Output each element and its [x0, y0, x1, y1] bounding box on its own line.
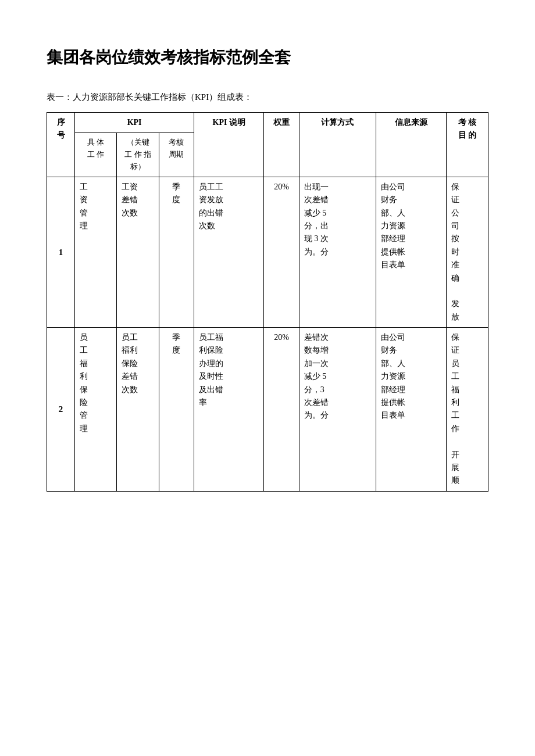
- row2-weight: 20%: [264, 328, 299, 492]
- row2-info: 由公司财务部、人力资源部经理提供帐目表单: [376, 328, 446, 492]
- row1-seq: 1: [47, 177, 75, 327]
- header-key-kpi: （关键工 作 指标）: [117, 133, 159, 177]
- table-row: 1 工资管理 工资差错次数 季度 员工工资发放的出错次数 20% 出现一次差错减…: [47, 177, 488, 327]
- row1-info: 由公司财务部、人力资源部经理提供帐目表单: [376, 177, 446, 327]
- row1-weight: 20%: [264, 177, 299, 327]
- header-kpi: KPI: [75, 113, 194, 133]
- row2-calc: 差错次数每增加一次减少 5分，3次差错为。分: [299, 328, 376, 492]
- header-info: 信息来源: [376, 113, 446, 177]
- row2-seq: 2: [47, 328, 75, 492]
- row2-kpi-desc: 员工福利保险办理的及时性及出错率: [194, 328, 263, 492]
- header-period: 考核周期: [159, 133, 194, 177]
- row2-period: 季度: [159, 328, 194, 492]
- header-weight: 权重: [264, 113, 299, 177]
- row2-goal: 保证员工福利工作开展顺: [446, 328, 488, 492]
- row1-period: 季度: [159, 177, 194, 327]
- row1-calc: 出现一次差错减少 5分，出现 3 次为。分: [299, 177, 376, 327]
- header-seq: 序号: [47, 113, 75, 177]
- header-specific-work: 具 体工 作: [75, 133, 117, 177]
- row2-kpi-key: 员工福利保险差错次数: [117, 328, 159, 492]
- header-kpi-desc: KPI 说明: [194, 113, 263, 177]
- page-title: 集团各岗位绩效考核指标范例全套: [47, 46, 488, 69]
- row1-work: 工资管理: [75, 177, 117, 327]
- row1-kpi-desc: 员工工资发放的出错次数: [194, 177, 263, 327]
- header-calc: 计算方式: [299, 113, 376, 177]
- row1-goal: 保证公司按时准确发放: [446, 177, 488, 327]
- table-row: 2 员工福利保险管理 员工福利保险差错次数 季度 员工福利保险办理的及时性及出错…: [47, 328, 488, 492]
- row1-kpi-key: 工资差错次数: [117, 177, 159, 327]
- table-intro: 表一：人力资源部部长关键工作指标（KPI）组成表：: [47, 92, 488, 103]
- kpi-table: 序号 KPI KPI 说明 权重 计算方式 信息来源 考 核目 的 具 体工 作…: [47, 112, 488, 492]
- row2-work: 员工福利保险管理: [75, 328, 117, 492]
- header-goal: 考 核目 的: [446, 113, 488, 177]
